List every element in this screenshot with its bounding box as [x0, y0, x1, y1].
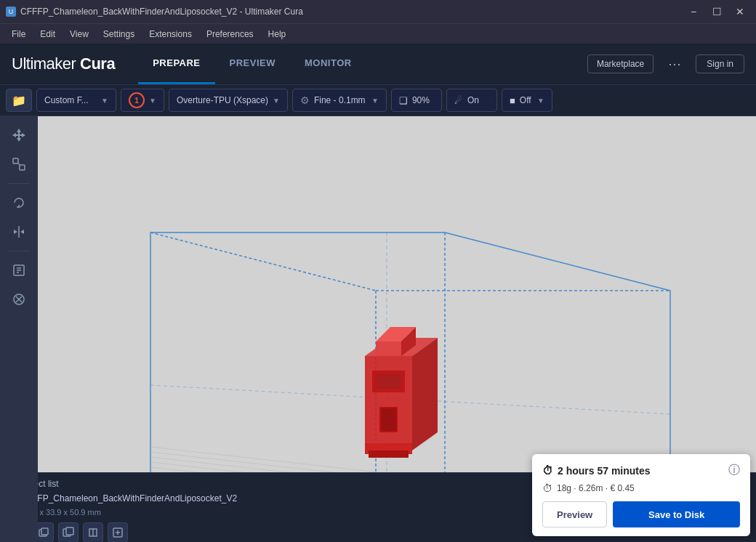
folder-icon: 📁 [12, 94, 26, 108]
scale-tool[interactable] [6, 151, 32, 177]
svg-marker-67 [376, 341, 401, 356]
save-to-disk-button[interactable]: Save to Disk [613, 501, 740, 527]
svg-marker-5 [14, 230, 17, 234]
adhesion-dropdown-arrow: ▼ [537, 97, 544, 105]
material-dropdown-arrow: ▼ [273, 97, 280, 105]
menu-bar: File Edit View Settings Extensions Prefe… [0, 23, 756, 44]
svg-rect-66 [376, 374, 401, 389]
object-tool-3[interactable] [58, 522, 79, 542]
print-actions: Preview Save to Disk [542, 501, 740, 527]
print-time: ⏱ 2 hours 57 minutes [542, 464, 651, 477]
signin-button[interactable]: Sign in [696, 54, 744, 73]
support-tool[interactable] [6, 286, 32, 312]
svg-rect-73 [381, 408, 396, 431]
extruder-badge: 1 [129, 92, 145, 108]
object-tool-4[interactable] [83, 522, 103, 542]
app-icon: U [6, 7, 16, 17]
adhesion-value: Off [520, 95, 531, 105]
extruder-selector[interactable]: 1 ▼ [121, 89, 164, 112]
preview-button[interactable]: Preview [542, 501, 607, 527]
menu-preferences[interactable]: Preferences [201, 28, 260, 41]
close-button[interactable]: ✕ [730, 4, 750, 19]
logo-bold: Cura [80, 54, 115, 73]
per-model-settings-tool[interactable] [6, 257, 32, 283]
svg-rect-84 [66, 527, 73, 535]
support-icon: ☄ [454, 95, 463, 106]
header-nav: PREPARE PREVIEW MONITOR [138, 44, 366, 84]
printer-dropdown-arrow: ▼ [101, 97, 108, 105]
menu-file[interactable]: File [6, 28, 31, 41]
infill-icon: ❑ [399, 95, 408, 106]
svg-rect-82 [41, 528, 48, 535]
menu-extensions[interactable]: Extensions [143, 28, 198, 41]
object-tool-5[interactable] [108, 522, 128, 542]
grid-icon[interactable]: ⋯ [665, 53, 684, 75]
infill-selector[interactable]: ❑ 90% [391, 89, 442, 112]
infill-value: 90% [412, 95, 430, 105]
material-name: Overture-TPU (Xspace) [177, 95, 268, 105]
menu-edit[interactable]: Edit [34, 28, 61, 41]
material-selector[interactable]: Overture-TPU (Xspace) ▼ [169, 89, 288, 112]
title-bar: U CFFFP_Chameleon_BackWithFinderAndLipos… [0, 0, 756, 23]
app-logo: Ultimaker Cura [12, 54, 115, 73]
header: Ultimaker Cura PREPARE PREVIEW MONITOR M… [0, 44, 756, 84]
menu-settings[interactable]: Settings [97, 28, 140, 41]
settings-sliders-icon: ⚙ [300, 94, 310, 106]
printer-selector[interactable]: Custom F... ▼ [36, 89, 116, 112]
nav-preview[interactable]: PREVIEW [215, 44, 290, 84]
adhesion-icon: ■ [510, 95, 515, 106]
left-sidebar [0, 116, 38, 542]
support-value: On [467, 95, 479, 105]
window-controls: − ☐ ✕ [683, 4, 750, 19]
object-name: CFFFP_Chameleon_BackWithFinderAndLiposoc… [20, 493, 237, 503]
maximize-button[interactable]: ☐ [707, 4, 727, 19]
svg-rect-2 [20, 165, 25, 170]
printer-name: Custom F... [44, 95, 89, 105]
support-selector[interactable]: ☄ On [446, 89, 497, 112]
print-quality: Fine - 0.1mm [314, 95, 366, 105]
extruder-dropdown-arrow: ▼ [149, 97, 156, 105]
print-stats: ⏱ 18g · 6.26m · € 0.45 [542, 482, 740, 494]
svg-marker-6 [20, 230, 24, 234]
print-info-card: ⏱ 2 hours 57 minutes ⓘ ⏱ 18g · 6.26m · €… [532, 454, 750, 536]
settings-dropdown-arrow: ▼ [371, 97, 379, 105]
clock-icon: ⏱ [542, 464, 553, 477]
minimize-button[interactable]: − [683, 4, 704, 19]
print-info-detail-button[interactable]: ⓘ [728, 463, 740, 478]
menu-help[interactable]: Help [262, 28, 292, 41]
svg-marker-0 [12, 129, 25, 142]
adhesion-selector[interactable]: ■ Off ▼ [502, 89, 552, 112]
menu-view[interactable]: View [64, 28, 94, 41]
svg-rect-71 [369, 450, 409, 458]
print-settings-selector[interactable]: ⚙ Fine - 0.1mm ▼ [292, 89, 387, 112]
svg-marker-64 [412, 338, 438, 450]
svg-rect-1 [13, 158, 18, 163]
nav-prepare[interactable]: PREPARE [138, 44, 214, 84]
marketplace-button[interactable]: Marketplace [587, 54, 654, 73]
sidebar-divider-2 [9, 251, 29, 251]
svg-marker-62 [365, 356, 412, 450]
toolbar: 📁 Custom F... ▼ 1 ▼ Overture-TPU (Xspace… [0, 84, 756, 116]
svg-line-3 [18, 163, 20, 165]
mirror-tool[interactable] [6, 219, 32, 245]
nav-monitor[interactable]: MONITOR [290, 44, 366, 84]
open-folder-button[interactable]: 📁 [6, 89, 32, 112]
move-tool[interactable] [6, 122, 32, 148]
window-title: CFFFP_Chameleon_BackWithFinderAndLiposoc… [20, 7, 303, 17]
sidebar-divider-1 [9, 183, 29, 184]
rotate-tool[interactable] [6, 190, 32, 216]
stats-icon: ⏱ [542, 482, 552, 494]
logo-light: Ultimaker [12, 54, 76, 73]
